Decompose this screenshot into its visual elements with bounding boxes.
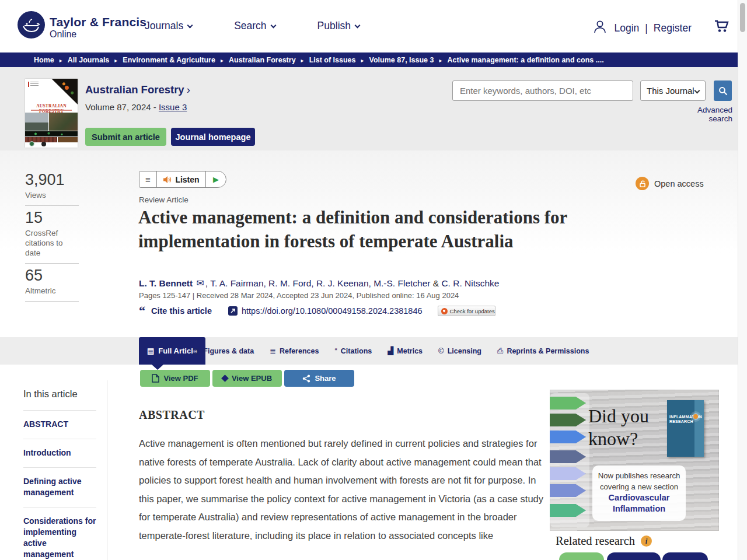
related-tab-pill[interactable]: [559, 552, 604, 560]
taylor-francis-logo-icon[interactable]: [18, 11, 45, 38]
tab-item[interactable]: ≣ References: [270, 346, 319, 355]
journal-cover-image[interactable]: AUSTRALIAN FORESTRY: [25, 79, 78, 148]
search-scope-select[interactable]: This Journal: [640, 80, 706, 101]
issue-link[interactable]: Issue 3: [159, 102, 187, 112]
toc-item[interactable]: ABSTRACT: [23, 411, 96, 439]
tab-icon: ▦: [193, 346, 200, 355]
chevron-down-icon: [694, 88, 700, 94]
breadcrumb-item[interactable]: Volume 87, Issue 3: [356, 56, 434, 64]
page: Taylor & Francis Online JournalsSearchPu…: [0, 0, 747, 560]
view-epub-button[interactable]: View EPUB: [212, 370, 282, 387]
cite-row: “ Cite this article https://doi.org/10.1…: [139, 306, 495, 316]
listen-play-icon[interactable]: ▶: [206, 172, 226, 187]
tab-item[interactable]: ▦ Figures & data: [193, 346, 254, 355]
tab-icon: “: [334, 346, 337, 355]
cite-this-article-link[interactable]: Cite this article: [151, 306, 212, 316]
pdf-icon: [152, 374, 159, 383]
view-pdf-button[interactable]: View PDF: [140, 370, 210, 387]
cart-icon[interactable]: [713, 18, 729, 36]
breadcrumb-item[interactable]: Home: [34, 56, 54, 64]
cover-text-lines: [30, 82, 39, 87]
author-link-lead[interactable]: L. T. Bennett: [139, 278, 193, 288]
logo-wordmark[interactable]: Taylor & Francis: [50, 15, 146, 29]
cover-logo-dark: [41, 142, 46, 146]
listen-widget[interactable]: ≡ Listen ▶: [139, 171, 226, 188]
metric-value: 65: [25, 266, 79, 285]
breadcrumb-item[interactable]: Australian Forestry: [215, 56, 296, 64]
listen-button[interactable]: Listen: [157, 172, 206, 187]
tab-icon: ⎙: [497, 346, 503, 356]
breadcrumb-item[interactable]: All Journals: [54, 56, 110, 64]
main-nav: JournalsSearchPublish: [145, 20, 359, 32]
toc-list: ABSTRACTIntroductionDefining active mana…: [23, 411, 96, 560]
authors-ampersand: &: [430, 278, 441, 288]
search-icon: [718, 86, 728, 96]
nav-item[interactable]: Search: [234, 20, 275, 32]
cover-red-mark: [28, 82, 29, 87]
cover-subtitle-line: [31, 110, 72, 111]
crossmark-icon: [441, 308, 448, 314]
toc-item[interactable]: Defining active management: [23, 468, 96, 508]
metric-item: 65 Altmetric: [25, 264, 79, 302]
related-research-header: Related research i: [556, 534, 652, 548]
metric-label: Views: [25, 190, 79, 200]
metric-item: 3,901 Views: [25, 168, 79, 206]
envelope-icon[interactable]: ✉: [196, 278, 204, 288]
quote-icon: “: [139, 307, 145, 315]
related-research-title: Related research: [556, 534, 635, 548]
tab-item[interactable]: ▟ Metrics: [388, 346, 423, 355]
submit-article-button[interactable]: Submit an article: [85, 128, 166, 146]
volume-issue-line: Volume 87, 2024 - Issue 3: [85, 102, 187, 112]
authors-line: L. T. Bennett ✉, T. A. Fairman, R. M. Fo…: [139, 278, 499, 289]
register-link[interactable]: Register: [654, 22, 692, 34]
info-icon[interactable]: i: [641, 536, 652, 547]
doi-link[interactable]: https://doi.org/10.1080/00049158.2024.23…: [228, 306, 423, 316]
toc-item[interactable]: Considerations for implementing active m…: [23, 508, 96, 560]
login-link[interactable]: Login: [614, 22, 639, 34]
related-tab-pill[interactable]: [607, 552, 661, 560]
metric-value: 3,901: [25, 170, 79, 189]
listen-menu-icon[interactable]: ≡: [139, 172, 157, 187]
abstract-heading: ABSTRACT: [139, 408, 205, 422]
cover-photo-cab: [58, 137, 78, 142]
chevron-down-icon: [355, 23, 361, 29]
logo-wordmark-online[interactable]: Online: [50, 29, 76, 40]
toc-title: In this article: [23, 380, 96, 411]
chevron-right-icon: ›: [187, 83, 190, 96]
journal-homepage-button[interactable]: Journal homepage: [171, 128, 255, 146]
scrollbar-track: [738, 0, 747, 560]
nav-item[interactable]: Publish: [317, 20, 359, 32]
journal-title-link[interactable]: Australian Forestry›: [85, 83, 190, 96]
article-header: 3,901 Views 15 CrossRef citations to dat…: [0, 150, 747, 337]
login-register-divider: |: [645, 22, 648, 34]
article-metrics: 3,901 Views 15 CrossRef citations to dat…: [25, 168, 79, 302]
breadcrumb-item[interactable]: List of Issues: [296, 56, 356, 64]
nav-item[interactable]: Journals: [145, 20, 192, 32]
tab-item[interactable]: © Licensing: [438, 346, 481, 355]
author-links-mid[interactable]: , T. A. Fairman, R. M. Ford, R. J. Keena…: [205, 278, 431, 288]
journal-banner: AUSTRALIAN FORESTRY Australian Forestry›…: [0, 67, 747, 150]
search-input[interactable]: [452, 80, 633, 101]
related-tab-pill[interactable]: [662, 552, 708, 560]
toc-item[interactable]: Introduction: [23, 439, 96, 468]
search-button[interactable]: [714, 80, 732, 101]
share-button[interactable]: Share: [284, 370, 354, 387]
article-meta-line: Pages 125-147 | Received 28 Mar 2024, Ac…: [139, 291, 459, 300]
tab-item[interactable]: ⎙ Reprints & Permissions: [497, 346, 589, 356]
cover-photo-left: [25, 113, 48, 131]
article-title: Active management: a definition and cons…: [138, 206, 596, 253]
check-for-updates-badge[interactable]: Check for updates: [438, 306, 495, 316]
breadcrumb-item[interactable]: Environment & Agriculture: [109, 56, 215, 64]
advanced-search-link[interactable]: Advanced search: [677, 106, 732, 123]
promo-message-box: Now publishes research covering a new se…: [592, 466, 686, 521]
document-icon: ▤: [147, 346, 154, 355]
active-tab-pointer: [152, 365, 163, 370]
author-link-last[interactable]: C. R. Nitschke: [441, 278, 499, 288]
speaker-icon: [163, 176, 172, 184]
breadcrumb-item[interactable]: Active management: a definition and cons…: [434, 56, 603, 64]
scrollbar-thumb[interactable]: [740, 3, 745, 32]
open-access-label: Open access: [654, 179, 704, 188]
tab-item[interactable]: “ Citations: [334, 346, 372, 355]
promo-banner[interactable]: Did youknow? INFLAMMATION RESEARCH Now p…: [550, 390, 719, 531]
tab-icon: ≣: [270, 346, 276, 355]
